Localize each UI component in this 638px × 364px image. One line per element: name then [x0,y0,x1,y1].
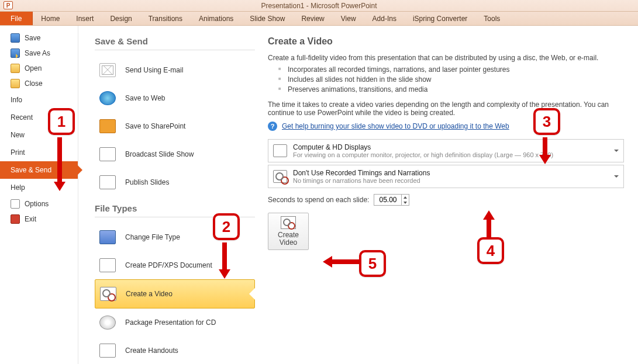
tab-slideshow[interactable]: Slide Show [242,12,293,25]
dropdown-resolution[interactable]: Computer & HD Displays For viewing on a … [268,139,624,162]
tab-tools[interactable]: Tools [475,12,508,25]
nav-help[interactable]: Help [0,179,78,196]
chevron-down-icon [614,150,619,152]
item-label: Change File Type [125,233,180,241]
nav-label: Close [25,79,43,88]
nav-exit[interactable]: Exit [0,212,78,227]
title-bar: P Presentation1 - Microsoft PowerPoint [0,0,638,12]
tab-review[interactable]: Review [293,12,332,25]
tab-insert[interactable]: Insert [68,12,102,25]
annotation-1: 1 [48,108,75,135]
publish-icon [99,175,116,189]
help-icon: ? [268,122,277,131]
handout-icon [99,344,116,358]
item-label: Send Using E-mail [125,66,183,74]
tab-home[interactable]: Home [33,12,68,25]
item-label: Create Handouts [125,346,178,355]
bullet-item: Preserves animations, transitions, and m… [278,85,624,93]
tab-ispring[interactable]: iSpring Converter [405,12,475,25]
item-broadcast[interactable]: Broadcast Slide Show [95,140,255,168]
dropdown-title: Don't Use Recorded Timings and Narration… [293,169,430,177]
item-create-video[interactable]: Create a Video [95,279,255,308]
tab-transitions[interactable]: Transitions [140,12,191,25]
annotation-3: 3 [533,108,560,135]
nav-save-and-send[interactable]: Save & Send [0,161,78,179]
options-icon [11,199,20,209]
nav-label: Exit [25,215,36,223]
create-video-button[interactable]: Create Video [268,213,309,250]
create-video-icon [281,216,296,229]
tab-view[interactable]: View [333,12,364,25]
window-title: Presentation1 - Microsoft PowerPoint [0,0,638,12]
item-label: Package Presentation for CD [125,318,216,327]
nav-label: Open [25,64,42,72]
bullet-item: Incorporates all recorded timings, narra… [278,65,624,74]
dropdown-title: Computer & HD Displays [293,143,553,151]
dropdown-timings[interactable]: Don't Use Recorded Timings and Narration… [268,165,624,188]
monitor-icon [273,144,287,157]
video-icon [100,287,116,301]
pdf-icon [99,258,116,272]
open-icon [11,64,20,73]
nav-label: Save As [25,49,50,57]
save-icon [11,33,20,43]
spinner-down[interactable] [402,200,409,205]
timing-note: The time it takes to create a video vari… [268,100,624,117]
bullet-item: Includes all slides not hidden in the sl… [278,75,624,84]
item-create-handouts[interactable]: Create Handouts [95,337,255,364]
section-heading: Save & Send [95,36,255,46]
close-icon [11,79,20,88]
item-label: Publish Slides [125,178,169,186]
nav-print[interactable]: Print [0,144,78,161]
exit-icon [11,214,20,224]
save-send-list: Save & Send Send Using E-mail Save to We… [78,26,260,364]
tab-addins[interactable]: Add-Ins [364,12,405,25]
dropdown-subtitle: No timings or narrations have been recor… [293,177,430,184]
nav-info[interactable]: Info [0,91,78,109]
chevron-down-icon [614,175,619,178]
item-save-web[interactable]: Save to Web [95,84,255,112]
sharepoint-icon [99,119,116,133]
filetype-icon [99,230,116,244]
tab-animations[interactable]: Animations [191,12,242,25]
separator [95,50,255,50]
item-package-cd[interactable]: Package Presentation for CD [95,308,255,337]
tab-design[interactable]: Design [102,12,140,25]
annotation-4: 4 [477,237,504,264]
button-label: Create Video [268,231,308,247]
pane-title: Create a Video [268,36,624,47]
section-heading: File Types [95,203,255,213]
seconds-spinner[interactable] [374,194,409,206]
annotation-2: 2 [213,213,240,240]
item-publish-slides[interactable]: Publish Slides [95,168,255,196]
nav-label: Options [25,200,49,208]
nav-open[interactable]: Open [0,61,78,76]
nav-close[interactable]: Close [0,76,78,91]
nav-label: Save [25,34,40,42]
backstage-nav: Save Save As Open Close Info Recent New … [0,26,78,364]
item-label: Save to SharePoint [125,122,185,130]
cd-icon [99,316,116,330]
help-link[interactable]: Get help burning your slide show video t… [282,122,509,130]
seconds-label: Seconds to spend on each slide: [268,196,369,204]
save-as-icon [11,48,20,58]
item-send-email[interactable]: Send Using E-mail [95,56,255,84]
nav-save-as[interactable]: Save As [0,46,78,61]
tab-file[interactable]: File [0,12,33,25]
item-label: Create a Video [126,290,173,298]
globe-icon [99,91,116,105]
nav-save[interactable]: Save [0,30,78,46]
create-video-pane: Create a Video Create a full-fidelity vi… [260,26,638,364]
pane-intro: Create a full-fidelity video from this p… [268,54,624,62]
nav-options[interactable]: Options [0,196,78,212]
item-label: Broadcast Slide Show [125,150,194,158]
item-create-pdf[interactable]: Create PDF/XPS Document [95,251,255,279]
item-save-sharepoint[interactable]: Save to SharePoint [95,112,255,140]
seconds-input[interactable] [374,195,401,204]
item-label: Save to Web [125,94,165,102]
spinner-up[interactable] [402,195,409,200]
dropdown-subtitle: For viewing on a computer monitor, proje… [293,151,553,158]
item-label: Create PDF/XPS Document [125,261,212,269]
timings-icon [273,170,287,183]
feature-list: Incorporates all recorded timings, narra… [278,65,624,93]
